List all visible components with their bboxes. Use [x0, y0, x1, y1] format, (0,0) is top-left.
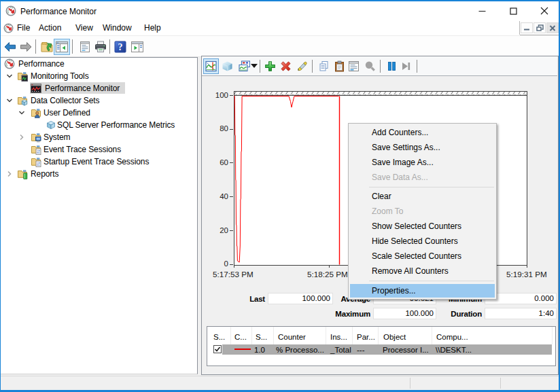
mdi-restore-button[interactable]: [533, 22, 546, 33]
up-folder-icon: [40, 40, 54, 54]
forward-button[interactable]: [18, 39, 34, 55]
menu-action[interactable]: Action: [39, 22, 61, 34]
context-menu-separator: [369, 187, 494, 188]
startup-event-trace-sessions-folder-icon: 10 01: [31, 156, 41, 167]
tree-item-startup-event-trace-sessions[interactable]: 10 01 Startup Event Trace Sessions: [0, 156, 197, 168]
performance-monitor-icon: [31, 83, 41, 94]
back-button[interactable]: [2, 39, 18, 55]
legend-col-counter[interactable]: Counter: [278, 332, 306, 342]
tree-item-reports[interactable]: Reports: [0, 168, 197, 180]
up-one-level-button[interactable]: [39, 39, 55, 55]
tree-item-monitoring-tools[interactable]: Monitoring Tools: [0, 70, 197, 82]
user-defined-folder-icon: [31, 107, 41, 118]
dropdown-arrow-icon[interactable]: [251, 64, 258, 68]
graph-type-icon: [239, 60, 250, 72]
menu-file[interactable]: File: [17, 22, 30, 34]
legend-col-scale[interactable]: S...: [256, 332, 267, 342]
chevron-collapsed-icon[interactable]: [6, 171, 13, 177]
close-button[interactable]: [529, 1, 560, 20]
tree-item-event-trace-sessions[interactable]: 10 01 Event Trace Sessions: [0, 143, 197, 156]
stat-duration-label: Duration: [440, 310, 482, 319]
y-tick: [230, 129, 233, 130]
legend-col-computer[interactable]: Compu...: [436, 332, 468, 342]
stat-maximum-label: Maximum: [324, 310, 370, 319]
view-log-data-button[interactable]: [220, 58, 235, 74]
help-button[interactable]: ?: [113, 39, 128, 55]
properties-button[interactable]: [346, 58, 362, 74]
context-menu-properties[interactable]: Properties...: [350, 284, 495, 298]
legend-col-color[interactable]: C...: [234, 332, 247, 342]
action-pane-icon: [130, 40, 144, 54]
show-checkbox[interactable]: [213, 345, 222, 353]
maximize-button[interactable]: [497, 1, 529, 20]
context-menu-clear[interactable]: Clear: [349, 189, 496, 204]
export-list-button[interactable]: [77, 39, 93, 55]
legend-cell-scale: 1.0: [254, 345, 265, 355]
legend-counter-row[interactable]: 1.0 % Processo... _Total --- Processor I…: [222, 344, 552, 355]
legend-col-show[interactable]: S...: [213, 332, 225, 342]
mdi-minimize-button[interactable]: [521, 22, 533, 33]
line-chart-icon: [205, 60, 217, 72]
update-data-button[interactable]: [398, 58, 414, 74]
chevron-expanded-icon[interactable]: [6, 97, 13, 104]
status-bar: [0, 376, 560, 390]
x-axis-label-start: 5:17:53 PM: [213, 270, 253, 279]
change-graph-type-button[interactable]: [237, 58, 252, 74]
tree-item-sql-server-performance-metrics[interactable]: SQL Server Performance Metrics: [0, 119, 197, 131]
help-icon: ?: [114, 41, 126, 53]
context-menu-remove-all-counters[interactable]: Remove All Counters: [349, 264, 496, 279]
graph-toolbar-separator: [380, 60, 381, 73]
print-button[interactable]: [92, 39, 109, 55]
tree-item-performance-monitor[interactable]: Performance Monitor: [0, 82, 197, 94]
mdi-separator: [519, 21, 520, 35]
legend-cell-parent: ---: [357, 345, 365, 355]
legend-col-object[interactable]: Object: [383, 332, 406, 342]
freeze-display-button[interactable]: [384, 58, 400, 74]
add-counter-button[interactable]: [262, 58, 278, 74]
menu-window[interactable]: Window: [103, 22, 132, 34]
legend-cell-counter: % Processo...: [276, 345, 324, 355]
column-divider: [432, 327, 432, 344]
mdi-close-button[interactable]: [546, 22, 559, 33]
legend-col-instance[interactable]: Ins...: [330, 332, 347, 342]
menu-help[interactable]: Help: [144, 22, 161, 34]
column-divider: [352, 327, 353, 344]
view-current-activity-button[interactable]: [203, 58, 219, 74]
context-menu-add-counters[interactable]: Add Counters...: [349, 125, 496, 140]
tree-item-data-collector-sets[interactable]: Data Collector Sets: [0, 94, 197, 107]
paste-counter-list-button[interactable]: [332, 58, 347, 74]
context-menu-zoom-to: Zoom To: [349, 204, 496, 219]
status-bar-divider: [500, 378, 501, 389]
highlight-button[interactable]: [294, 58, 310, 74]
tree-item-performance[interactable]: Performance: [0, 58, 197, 70]
show-hide-action-pane-button[interactable]: [129, 39, 145, 55]
column-divider: [378, 327, 379, 344]
system-folder-icon: [31, 132, 41, 143]
menu-view[interactable]: View: [75, 22, 93, 34]
context-menu-show-selected-counters[interactable]: Show Selected Counters: [349, 219, 496, 234]
delete-x-icon: [280, 60, 292, 72]
chevron-expanded-icon[interactable]: [6, 73, 13, 79]
minimize-button[interactable]: [466, 1, 497, 20]
context-menu-save-image-as[interactable]: Save Image As...: [349, 155, 496, 170]
copy-properties-button[interactable]: [316, 58, 332, 74]
legend-header-row: S... C... S... Counter Ins... Par... Obj…: [207, 327, 555, 344]
data-collector-sets-folder-icon: [17, 95, 28, 106]
context-menu-scale-selected-counters[interactable]: Scale Selected Counters: [349, 249, 496, 264]
properties-window-icon: [348, 60, 360, 72]
zoom-button[interactable]: [362, 58, 378, 74]
tree-item-user-defined[interactable]: User Defined: [0, 107, 197, 119]
chevron-collapsed-icon[interactable]: [18, 134, 25, 141]
show-hide-console-tree-button[interactable]: [54, 39, 70, 55]
legend-col-parent[interactable]: Par...: [357, 332, 375, 342]
context-menu-save-settings-as[interactable]: Save Settings As...: [349, 140, 496, 155]
back-icon: [3, 40, 17, 54]
context-menu-hide-selected-counters[interactable]: Hide Selected Counters: [349, 234, 496, 249]
tree-item-system[interactable]: System: [0, 131, 197, 143]
legend-checkbox-zone: [207, 344, 222, 355]
chevron-expanded-icon[interactable]: [18, 109, 25, 116]
event-trace-sessions-folder-icon: 10 01: [31, 144, 41, 155]
maximize-icon: [510, 7, 517, 15]
delete-counter-button[interactable]: [278, 58, 294, 74]
reports-folder-icon: [17, 168, 28, 179]
